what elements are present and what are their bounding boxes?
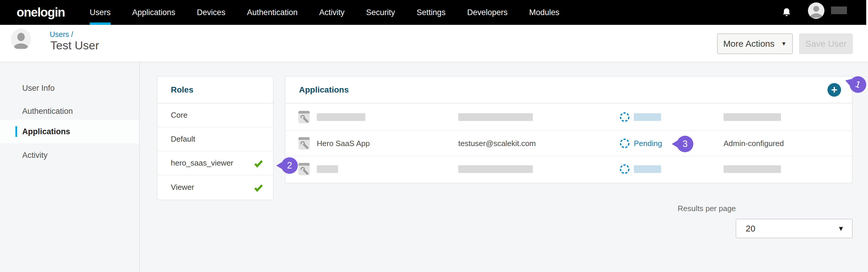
loading-spinner-icon — [619, 111, 630, 123]
results-per-page-select[interactable]: 20 ▼ — [736, 219, 852, 238]
annotation-marker-3: 3 — [677, 136, 693, 152]
sidebar-item-authentication[interactable]: Authentication — [0, 99, 139, 123]
annotation-marker-2: 2 — [281, 157, 298, 174]
nav-item-users[interactable]: Users — [90, 0, 111, 25]
sidebar-item-activity[interactable]: Activity — [0, 143, 139, 167]
page-header: Users / Test User More Actions ▼ Save Us… — [0, 25, 868, 62]
applications-card: Applications + — [285, 76, 852, 183]
skeleton-status-bar — [634, 113, 661, 121]
results-per-page-label: Results per page — [678, 204, 736, 213]
status-pending-link[interactable]: Pending — [634, 139, 662, 148]
chevron-down-icon: ▼ — [781, 40, 786, 47]
application-config-type: Admin-configured — [723, 139, 784, 148]
sidebar-item-user-info[interactable]: User Info — [0, 76, 139, 100]
nav-item-devices[interactable]: Devices — [197, 0, 225, 25]
chevron-down-icon: ▼ — [838, 225, 844, 233]
nav-item-developers[interactable]: Developers — [467, 0, 508, 25]
applications-card-title: Applications — [299, 85, 349, 95]
nav-item-settings[interactable]: Settings — [416, 0, 445, 25]
role-row-default[interactable]: Default — [157, 128, 273, 151]
profile-avatar — [11, 29, 31, 50]
notifications-bell-icon[interactable] — [782, 8, 791, 18]
loading-spinner-icon — [619, 164, 630, 175]
more-actions-label: More Actions — [723, 39, 774, 49]
skeleton-config-bar — [723, 165, 781, 173]
onelogin-admin-page: onelogin Users Applications Devices Auth… — [0, 0, 868, 272]
skeleton-name-bar — [317, 165, 338, 173]
nav-items: Users Applications Devices Authenticatio… — [90, 0, 560, 25]
account-name-placeholder — [831, 6, 847, 14]
user-avatar[interactable] — [808, 2, 825, 19]
role-row-core[interactable]: Core — [157, 103, 273, 128]
sidebar: User Info Authentication Applications Ac… — [0, 62, 139, 272]
app-window-wrench-icon — [299, 137, 310, 149]
role-row-hero-saas-viewer[interactable]: hero_saas_viewer — [157, 151, 273, 175]
skeleton-name-bar — [317, 113, 365, 121]
nav-item-applications[interactable]: Applications — [132, 0, 176, 25]
roles-card-title: Roles — [157, 76, 273, 103]
skeleton-status-bar — [634, 165, 661, 173]
nav-item-security[interactable]: Security — [366, 0, 395, 25]
sidebar-item-applications[interactable]: Applications — [0, 120, 139, 143]
skeleton-email-bar — [458, 165, 533, 173]
application-row-loading[interactable] — [285, 157, 852, 182]
roles-card: Roles Core Default hero_saas_viewer View… — [157, 76, 274, 200]
app-window-wrench-icon — [299, 163, 310, 175]
page-title: Test User — [50, 39, 99, 52]
loading-spinner-icon — [619, 138, 630, 149]
more-actions-button[interactable]: More Actions ▼ — [717, 33, 793, 54]
active-indicator-bar — [16, 126, 17, 137]
nav-item-modules[interactable]: Modules — [529, 0, 559, 25]
sidebar-divider — [139, 62, 140, 272]
scrollbar-strip — [866, 0, 868, 25]
top-nav: onelogin Users Applications Devices Auth… — [0, 0, 868, 25]
save-user-button[interactable]: Save User — [799, 33, 853, 54]
add-application-button[interactable]: + — [828, 83, 841, 97]
skeleton-config-bar — [723, 113, 781, 121]
application-row-loading[interactable] — [285, 103, 852, 131]
app-window-wrench-icon — [299, 111, 310, 123]
save-user-label: Save User — [805, 39, 847, 49]
check-icon — [253, 158, 264, 168]
results-per-page-value: 20 — [746, 224, 755, 234]
application-login-email: testuser@scalekit.com — [458, 139, 536, 148]
check-icon — [253, 182, 264, 193]
breadcrumb[interactable]: Users / — [50, 30, 73, 39]
nav-item-activity[interactable]: Activity — [319, 0, 345, 25]
skeleton-email-bar — [458, 113, 533, 121]
application-name: Hero SaaS App — [317, 139, 370, 148]
application-row-hero-saas-app[interactable]: Hero SaaS App testuser@scalekit.com Pend… — [285, 131, 852, 157]
nav-item-authentication[interactable]: Authentication — [247, 0, 298, 25]
onelogin-logo[interactable]: onelogin — [17, 0, 65, 25]
role-row-viewer[interactable]: Viewer — [157, 175, 273, 199]
